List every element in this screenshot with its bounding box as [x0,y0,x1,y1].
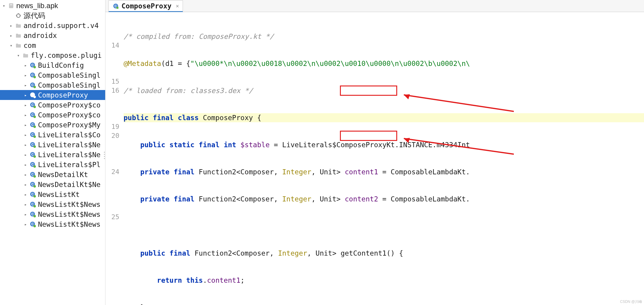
tree-item-com[interactable]: ▾com [0,40,105,50]
chevron-right-icon[interactable]: ▸ [24,93,28,98]
chevron-down-icon[interactable]: ▾ [9,43,13,48]
line-number: 20 [105,131,119,140]
svg-line-68 [404,95,514,111]
chevron-right-icon[interactable]: ▸ [24,103,28,107]
svg-text:C: C [31,133,34,136]
chevron-right-icon[interactable]: ▸ [24,172,28,177]
line-number: 24 [105,167,119,176]
svg-point-25 [33,96,36,98]
tab-composeproxy[interactable]: C ComposeProxy × [108,0,183,12]
tree-resizer[interactable] [103,146,105,164]
tree-item-newslistkt-news[interactable]: ▸CNewsListKt$News [0,209,105,219]
tree-item-label: LiveLiterals$Ne [38,141,101,149]
tree-item-composeproxy-co[interactable]: ▸CComposeProxy$co [0,100,105,110]
tree-item-composablesingl[interactable]: ▸CComposableSingl [0,80,105,90]
chevron-right-icon[interactable]: ▸ [24,132,28,137]
cls-icon: C [30,201,36,208]
line-number: 19 [105,122,119,131]
line-gutter: 14151619202425 [105,12,124,305]
chevron-right-icon[interactable]: ▸ [24,73,28,78]
svg-point-52 [33,185,36,188]
tree-item-news-lib-apk[interactable]: ▾news_lib.apk [0,1,105,11]
tree-item-label: ComposeProxy [38,91,88,99]
line-number [105,195,119,204]
chevron-right-icon[interactable]: ▸ [24,202,28,207]
chevron-right-icon[interactable]: ▸ [9,23,13,28]
tree-item-liveliterals-co[interactable]: ▸CLiveLiterals$Co [0,130,105,140]
tree-item-newsdetailkt[interactable]: ▸CNewsDetailKt [0,170,105,179]
svg-rect-9 [16,34,18,35]
tree-item-label: NewsDetailKt$Ne [38,181,101,188]
line-number [105,204,119,213]
tree-item-fly-compose-plugi[interactable]: ▾fly.compose.plugi [0,50,105,60]
tree-item-label: ComposableSingl [38,71,101,79]
chevron-right-icon[interactable]: ▸ [9,33,13,38]
tree-item-liveliterals-ne[interactable]: ▸CLiveLiterals$Ne [0,140,105,150]
chevron-right-icon[interactable]: ▸ [24,162,28,167]
comment: /* compiled from: ComposeProxy.kt */ [124,33,274,40]
svg-rect-13 [23,54,25,54]
tree-item-composeproxy-co[interactable]: ▸CComposeProxy$co [0,110,105,120]
tree-item-androidx[interactable]: ▸androidx [0,30,105,40]
chevron-right-icon[interactable]: ▸ [24,152,28,157]
project-tree[interactable]: ▾news_lib.apk源代码▸android.support.v4▸andr… [0,0,105,305]
tree-item-liveliterals-ne[interactable]: ▸CLiveLiterals$Ne [0,150,105,160]
svg-rect-1 [10,5,12,5]
code-area[interactable]: /* compiled from: ComposeProxy.kt */ @Me… [124,12,644,305]
svg-point-40 [33,145,36,148]
tree-item-composeproxy[interactable]: ▸CComposeProxy [0,90,105,100]
svg-text:C: C [31,202,34,206]
tree-item-newslistkt[interactable]: ▸CNewsListKt [0,189,105,199]
cls-icon: C [30,122,36,128]
line-number [105,14,119,23]
chevron-right-icon[interactable]: ▸ [24,192,28,197]
cls-icon: C [30,142,36,148]
cls-icon: C [30,82,36,89]
svg-point-49 [33,175,36,178]
cls-icon: C [30,171,36,178]
chevron-down-icon[interactable]: ▾ [2,3,6,8]
line-number [105,32,119,41]
tree-item-newslistkt-news[interactable]: ▸CNewsListKt$News [0,219,105,229]
line-number [105,104,119,113]
tree-item-composablesingl[interactable]: ▸CComposableSingl [0,70,105,80]
tree-item-label: NewsListKt$News [38,220,101,228]
svg-text:C: C [31,103,34,107]
svg-point-31 [33,116,36,118]
pkg-root-icon [15,12,22,19]
cls-icon: C [30,102,36,108]
tree-item-newslistkt-news[interactable]: ▸CNewsListKt$News [0,199,105,209]
tree-item-label: LiveLiterals$Co [38,131,101,139]
annotation: @Metadata [124,60,161,67]
cls-icon: C [30,72,36,79]
line-number: 16 [105,86,119,95]
tree-item--[interactable]: 源代码 [0,11,105,20]
line-number [105,140,119,149]
tree-item-label: ComposeProxy$My [38,121,101,129]
line-number [105,149,119,158]
chevron-right-icon[interactable]: ▸ [24,113,28,117]
svg-point-34 [33,126,36,128]
tree-item-composeproxy-my[interactable]: ▸CComposeProxy$My [0,120,105,130]
svg-text:C: C [31,113,34,117]
tab-close-icon[interactable]: × [176,3,179,9]
chevron-right-icon[interactable]: ▸ [24,63,28,68]
svg-point-28 [33,106,36,108]
chevron-right-icon[interactable]: ▸ [24,212,28,217]
chevron-right-icon[interactable]: ▸ [24,182,28,187]
tree-item-liveliterals-pl[interactable]: ▸CLiveLiterals$Pl [0,160,105,170]
chevron-right-icon[interactable]: ▸ [24,123,28,127]
chevron-right-icon[interactable]: ▸ [24,142,28,147]
tree-item-buildconfig[interactable]: ▸CBuildConfig [0,60,105,70]
chevron-down-icon[interactable]: ▾ [16,53,20,58]
cls-icon: C [30,92,36,98]
cls-icon: C [30,132,36,138]
tree-item-label: NewsListKt$News [38,210,101,218]
chevron-right-icon[interactable]: ▸ [24,83,28,88]
tree-item-android-support-v4[interactable]: ▸android.support.v4 [0,20,105,30]
chevron-right-icon[interactable]: ▸ [24,222,28,227]
highlight-getcontent2 [340,131,397,141]
tree-item-label: NewsListKt [38,191,80,198]
tree-item-label: ComposableSingl [38,81,101,89]
tree-item-newsdetailkt-ne[interactable]: ▸CNewsDetailKt$Ne [0,179,105,189]
